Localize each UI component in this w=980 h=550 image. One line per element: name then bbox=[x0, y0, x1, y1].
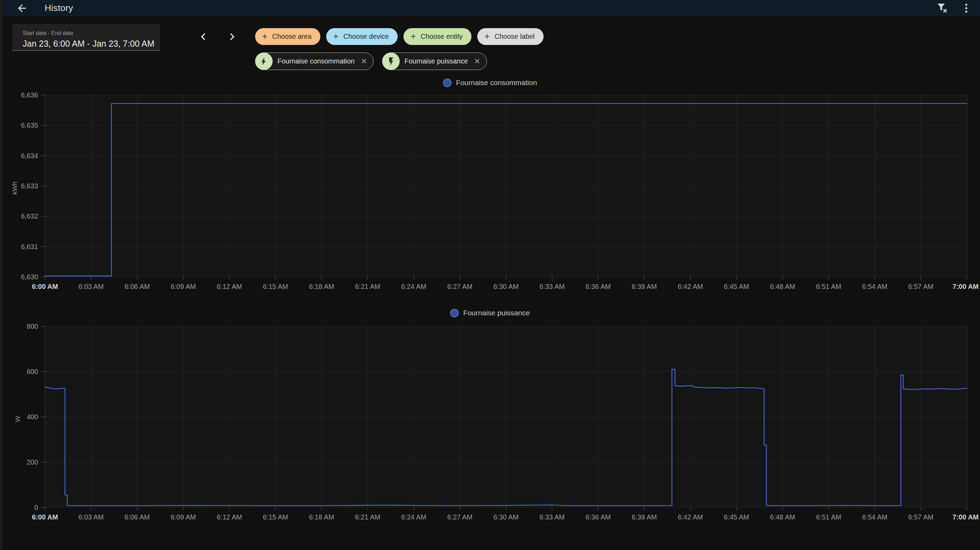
entity-chip-fournaise-consommation[interactable]: Fournaise consommation✕ bbox=[255, 52, 374, 70]
entity-chip-fournaise-puissance[interactable]: Fournaise puissance✕ bbox=[382, 52, 487, 70]
svg-text:6:36 AM: 6:36 AM bbox=[585, 283, 611, 290]
chip-choose-entity[interactable]: +Choose entity bbox=[404, 28, 471, 45]
svg-text:6:57 AM: 6:57 AM bbox=[908, 513, 933, 521]
svg-text:6:09 AM: 6:09 AM bbox=[171, 283, 196, 290]
svg-text:6,635: 6,635 bbox=[21, 122, 38, 129]
chevron-left-icon bbox=[198, 32, 208, 42]
overflow-menu-button[interactable] bbox=[959, 2, 974, 15]
svg-text:6:51 AM: 6:51 AM bbox=[816, 513, 841, 521]
svg-text:6:39 AM: 6:39 AM bbox=[632, 513, 657, 521]
svg-text:6:54 AM: 6:54 AM bbox=[862, 513, 887, 521]
chip-label: Choose device bbox=[344, 33, 389, 41]
entity-chip-label: Fournaise puissance bbox=[404, 57, 468, 65]
svg-text:6:27 AM: 6:27 AM bbox=[447, 283, 473, 290]
svg-text:600: 600 bbox=[27, 368, 38, 376]
legend-label[interactable]: Fournaise puissance bbox=[463, 309, 530, 317]
svg-text:6,636: 6,636 bbox=[21, 91, 38, 99]
entity-chip-label: Fournaise consommation bbox=[277, 57, 355, 65]
svg-text:800: 800 bbox=[27, 323, 38, 330]
svg-text:0: 0 bbox=[34, 504, 38, 511]
consommation-chart[interactable]: 6,6306,6316,6326,6336,6346,6356,6366:00 … bbox=[0, 90, 980, 296]
app-header: History bbox=[3, 0, 980, 16]
flash-icon bbox=[386, 57, 396, 66]
legend-label[interactable]: Fournaise consommation bbox=[456, 79, 537, 87]
svg-text:6,632: 6,632 bbox=[21, 212, 38, 220]
dots-vertical-icon bbox=[961, 2, 971, 14]
plus-icon: + bbox=[484, 32, 490, 41]
svg-text:6:12 AM: 6:12 AM bbox=[217, 283, 242, 290]
close-icon[interactable]: ✕ bbox=[474, 57, 480, 66]
svg-text:6:51 AM: 6:51 AM bbox=[816, 283, 841, 290]
svg-text:6:06 AM: 6:06 AM bbox=[125, 513, 150, 521]
lightning-bolt-icon bbox=[259, 57, 269, 66]
svg-text:kWh: kWh bbox=[11, 182, 18, 195]
svg-text:6:27 AM: 6:27 AM bbox=[447, 513, 473, 521]
selected-entities-row: Fournaise consommation✕Fournaise puissan… bbox=[255, 52, 487, 70]
svg-text:6:30 AM: 6:30 AM bbox=[493, 283, 519, 290]
legend-marker[interactable] bbox=[443, 79, 452, 87]
entity-avatar bbox=[255, 52, 273, 70]
svg-text:6:15 AM: 6:15 AM bbox=[263, 513, 288, 521]
close-icon[interactable]: ✕ bbox=[361, 57, 367, 66]
svg-text:6:42 AM: 6:42 AM bbox=[678, 283, 703, 290]
svg-text:6,630: 6,630 bbox=[21, 273, 38, 281]
filter-remove-icon bbox=[936, 2, 948, 14]
svg-text:200: 200 bbox=[27, 458, 38, 466]
plus-icon: + bbox=[262, 32, 267, 41]
svg-text:6:39 AM: 6:39 AM bbox=[632, 283, 657, 290]
svg-text:6:24 AM: 6:24 AM bbox=[401, 283, 426, 290]
svg-text:6:30 AM: 6:30 AM bbox=[493, 513, 519, 521]
filter-chips-row: +Choose area+Choose device+Choose entity… bbox=[255, 28, 544, 45]
svg-text:6:42 AM: 6:42 AM bbox=[678, 513, 703, 521]
svg-text:6:15 AM: 6:15 AM bbox=[263, 283, 288, 290]
chip-label: Choose label bbox=[495, 33, 535, 41]
svg-text:6,631: 6,631 bbox=[21, 243, 38, 250]
arrow-left-icon bbox=[16, 2, 28, 14]
svg-text:6:45 AM: 6:45 AM bbox=[724, 283, 749, 290]
svg-text:6:57 AM: 6:57 AM bbox=[908, 283, 933, 290]
svg-text:7:00 AM: 7:00 AM bbox=[953, 513, 978, 521]
svg-text:6:00 AM: 6:00 AM bbox=[32, 283, 58, 290]
date-range-field[interactable]: Start date - End date Jan 23, 6:00 AM - … bbox=[12, 24, 160, 51]
chip-label: Choose entity bbox=[421, 33, 463, 41]
svg-text:6:18 AM: 6:18 AM bbox=[309, 513, 334, 521]
svg-text:6:18 AM: 6:18 AM bbox=[309, 283, 334, 290]
date-range-value: Jan 23, 6:00 AM - Jan 23, 7:00 AM bbox=[23, 39, 160, 49]
svg-text:W: W bbox=[14, 416, 21, 422]
legend-consommation: Fournaise consommation bbox=[0, 78, 980, 88]
svg-text:6:00 AM: 6:00 AM bbox=[32, 513, 58, 521]
svg-text:6,634: 6,634 bbox=[21, 152, 38, 160]
svg-text:6:54 AM: 6:54 AM bbox=[862, 283, 887, 290]
page-title: History bbox=[45, 3, 73, 13]
chip-choose-area[interactable]: +Choose area bbox=[255, 28, 320, 45]
legend-puissance: Fournaise puissance bbox=[0, 308, 980, 318]
chevron-right-icon bbox=[227, 32, 237, 42]
svg-text:6:36 AM: 6:36 AM bbox=[585, 513, 611, 521]
svg-text:6:03 AM: 6:03 AM bbox=[79, 283, 104, 290]
previous-period-button[interactable] bbox=[196, 30, 210, 44]
next-period-button[interactable] bbox=[225, 30, 239, 44]
svg-text:6:09 AM: 6:09 AM bbox=[171, 513, 196, 521]
svg-text:6:03 AM: 6:03 AM bbox=[79, 513, 104, 521]
plus-icon: + bbox=[410, 32, 416, 41]
svg-text:6,633: 6,633 bbox=[21, 182, 38, 190]
svg-text:6:45 AM: 6:45 AM bbox=[724, 513, 749, 521]
svg-text:6:33 AM: 6:33 AM bbox=[539, 513, 565, 521]
legend-marker[interactable] bbox=[450, 309, 459, 317]
chip-choose-label[interactable]: +Choose label bbox=[477, 28, 544, 45]
svg-text:400: 400 bbox=[27, 413, 38, 421]
svg-text:6:48 AM: 6:48 AM bbox=[770, 283, 795, 290]
svg-text:6:48 AM: 6:48 AM bbox=[770, 513, 795, 521]
svg-text:6:21 AM: 6:21 AM bbox=[355, 283, 380, 290]
svg-text:7:00 AM: 7:00 AM bbox=[953, 283, 978, 290]
entity-avatar bbox=[382, 52, 400, 70]
plus-icon: + bbox=[333, 32, 339, 41]
svg-text:6:33 AM: 6:33 AM bbox=[539, 283, 565, 290]
svg-text:6:12 AM: 6:12 AM bbox=[217, 513, 242, 521]
remove-filters-button[interactable] bbox=[934, 2, 950, 15]
chip-label: Choose area bbox=[272, 33, 312, 41]
puissance-chart[interactable]: 02004006008006:00 AM6:03 AM6:06 AM6:09 A… bbox=[0, 321, 980, 525]
chip-choose-device[interactable]: +Choose device bbox=[326, 28, 398, 45]
svg-text:6:24 AM: 6:24 AM bbox=[401, 513, 426, 521]
back-button[interactable] bbox=[14, 2, 30, 15]
